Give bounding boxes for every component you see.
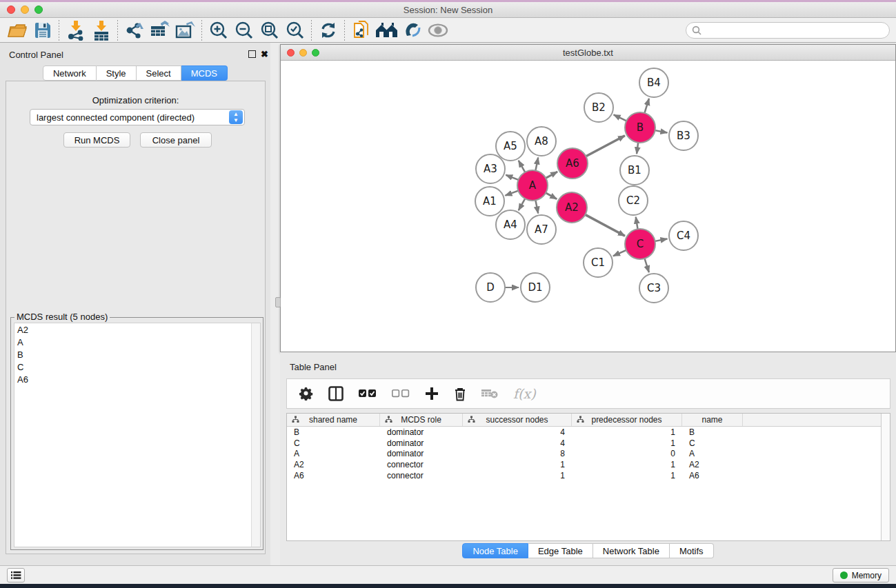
graph-node-A4[interactable]: A4 xyxy=(496,210,525,239)
graph-node-B2[interactable]: B2 xyxy=(584,93,613,122)
select-all-columns-icon[interactable] xyxy=(359,389,377,398)
graph-node-C[interactable]: C xyxy=(625,229,655,259)
export-network-icon[interactable] xyxy=(121,19,147,41)
column-header-name[interactable]: name xyxy=(682,414,743,426)
optimization-criterion-select[interactable]: largest connected component (directed) ▲… xyxy=(30,109,245,125)
split-columns-icon[interactable] xyxy=(328,386,344,401)
mcds-result-item[interactable]: B xyxy=(14,348,260,361)
function-builder-icon[interactable]: f(x) xyxy=(513,386,536,401)
tab-style[interactable]: Style xyxy=(97,65,137,81)
edge-A-A1[interactable] xyxy=(506,191,519,196)
edge-B-B2[interactable] xyxy=(614,114,627,121)
mcds-result-item[interactable]: A2 xyxy=(14,323,260,336)
edge-A-A4[interactable] xyxy=(519,199,525,210)
duplicate-network-icon[interactable] xyxy=(348,19,374,41)
graph-node-B3[interactable]: B3 xyxy=(669,121,698,150)
tab-node-table[interactable]: Node Table xyxy=(462,543,528,558)
column-header-shared name[interactable]: shared name xyxy=(287,414,380,426)
tab-network-table[interactable]: Network Table xyxy=(593,543,670,558)
edge-A-A6[interactable] xyxy=(546,172,557,178)
mcds-result-item[interactable]: A6 xyxy=(14,373,260,385)
export-image-icon[interactable] xyxy=(172,19,198,41)
hidden-panels-button[interactable] xyxy=(7,568,25,582)
save-session-icon[interactable] xyxy=(30,19,55,41)
graph-node-A5[interactable]: A5 xyxy=(496,132,525,161)
table-row[interactable]: Adominator80A xyxy=(287,449,890,460)
mcds-result-item[interactable]: A xyxy=(14,336,260,348)
edge-B-B1[interactable] xyxy=(637,143,638,154)
mcds-list-scrollbar[interactable] xyxy=(251,323,260,547)
graph-node-A6[interactable]: A6 xyxy=(557,148,588,179)
graph-node-D[interactable]: D xyxy=(476,273,505,302)
close-panel-icon[interactable]: ✖ xyxy=(261,49,268,59)
edge-B-B3[interactable] xyxy=(655,130,668,132)
close-panel-button[interactable]: Close panel xyxy=(140,132,212,148)
zoom-in-icon[interactable] xyxy=(206,19,231,41)
open-file-icon[interactable] xyxy=(4,19,30,41)
mcds-result-list[interactable]: A2ABCA6 xyxy=(14,323,261,547)
graph-node-A2[interactable]: A2 xyxy=(557,192,587,223)
refresh-icon[interactable] xyxy=(315,19,341,41)
graph-node-B1[interactable]: B1 xyxy=(620,156,649,185)
table-row[interactable]: Bdominator41B xyxy=(287,427,890,438)
tab-select[interactable]: Select xyxy=(137,65,181,81)
add-column-icon[interactable] xyxy=(425,387,439,401)
edge-A-A7[interactable] xyxy=(535,201,538,214)
edge-C-C4[interactable] xyxy=(655,239,668,241)
graph-node-A8[interactable]: A8 xyxy=(527,127,556,156)
column-header-MCDS role[interactable]: MCDS role xyxy=(380,414,463,426)
float-panel-icon[interactable] xyxy=(248,50,256,58)
table-row[interactable]: A2connector11A2 xyxy=(287,459,890,470)
import-table-icon[interactable] xyxy=(88,19,114,41)
graph-node-C1[interactable]: C1 xyxy=(584,248,613,277)
tab-network[interactable]: Network xyxy=(43,65,97,81)
zoom-out-icon[interactable] xyxy=(231,19,257,41)
tab-motifs[interactable]: Motifs xyxy=(670,543,714,558)
graph-node-A[interactable]: A xyxy=(517,170,548,201)
column-header-successor nodes[interactable]: successor nodes xyxy=(463,414,572,426)
edge-C-C2[interactable] xyxy=(636,217,638,230)
tab-edge-table[interactable]: Edge Table xyxy=(528,543,593,558)
graph-node-C3[interactable]: C3 xyxy=(639,274,668,303)
edge-A6-B[interactable] xyxy=(586,136,624,156)
edge-A-A2[interactable] xyxy=(546,193,557,199)
mcds-result-item[interactable]: C xyxy=(14,361,260,373)
zoom-fit-icon[interactable] xyxy=(257,19,282,41)
table-header-row[interactable]: shared nameMCDS rolesuccessor nodesprede… xyxy=(287,414,890,427)
toggle-view-icon[interactable] xyxy=(425,19,450,41)
graph-node-C4[interactable]: C4 xyxy=(669,221,698,250)
node-attribute-table[interactable]: shared nameMCDS rolesuccessor nodesprede… xyxy=(286,413,890,541)
zoom-selected-icon[interactable] xyxy=(282,19,308,41)
run-mcds-button[interactable]: Run MCDS xyxy=(63,132,130,148)
network-window-titlebar[interactable]: testGlobe.txt xyxy=(281,45,895,61)
edge-C-C1[interactable] xyxy=(613,250,626,256)
graph-node-A1[interactable]: A1 xyxy=(475,187,504,216)
table-scrollbar[interactable] xyxy=(881,414,890,540)
edge-C-C3[interactable] xyxy=(645,258,649,272)
edge-A-A3[interactable] xyxy=(506,175,518,180)
graph-node-D1[interactable]: D1 xyxy=(521,273,550,302)
edge-A2-C[interactable] xyxy=(585,214,625,236)
table-row[interactable]: Cdominator41C xyxy=(287,438,890,449)
graph-node-A3[interactable]: A3 xyxy=(476,154,505,183)
import-network-icon[interactable] xyxy=(63,19,88,41)
export-table-icon[interactable] xyxy=(147,19,172,41)
edge-A-A5[interactable] xyxy=(519,161,525,172)
tab-mcds[interactable]: MCDS xyxy=(181,65,228,81)
column-header-predecessor nodes[interactable]: predecessor nodes xyxy=(572,414,682,426)
memory-button[interactable]: Memory xyxy=(833,568,889,582)
search-box[interactable] xyxy=(686,22,890,39)
show-all-networks-icon[interactable] xyxy=(374,19,399,41)
edge-B-B4[interactable] xyxy=(644,99,648,113)
graph-node-C2[interactable]: C2 xyxy=(619,186,648,215)
vertical-split-handle[interactable] xyxy=(275,297,281,307)
graph-node-A7[interactable]: A7 xyxy=(527,215,556,244)
edge-A-A8[interactable] xyxy=(535,158,538,171)
delete-table-icon[interactable] xyxy=(481,388,498,399)
gear-icon[interactable] xyxy=(299,387,313,401)
unselect-all-columns-icon[interactable] xyxy=(392,389,410,398)
graph-node-B[interactable]: B xyxy=(625,112,655,143)
network-graph-canvas[interactable]: B4B2BB3A5A8A6A3B1AA1C2A2A4A7C4CC1C3DD1 xyxy=(281,61,895,352)
delete-column-icon[interactable] xyxy=(454,387,466,401)
graph-node-B4[interactable]: B4 xyxy=(639,68,668,97)
